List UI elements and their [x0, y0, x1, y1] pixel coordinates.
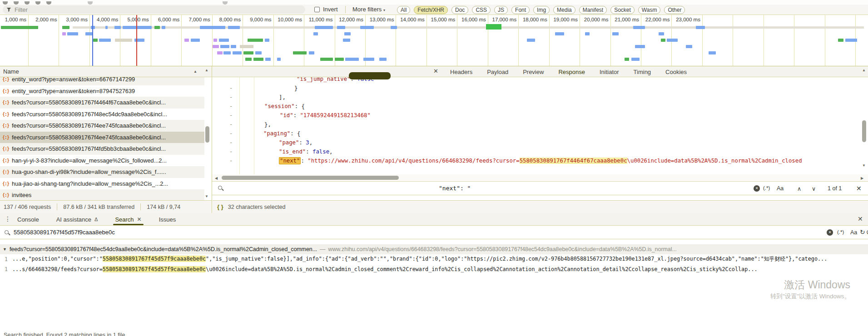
request-row[interactable]: {:}han-yi-yi-3-83?include=allow_message%…	[0, 155, 204, 167]
next-match-icon[interactable]: ∨	[812, 185, 816, 192]
response-scrollbar[interactable]	[862, 120, 866, 142]
network-overview-timeline[interactable]: 1,000 ms2,000 ms3,000 ms4,000 ms5,000 ms…	[0, 15, 868, 66]
waterfall-bar	[114, 26, 121, 29]
windows-activation-watermark: 激活 Windows	[727, 278, 850, 292]
response-code-line: -}	[212, 84, 860, 93]
fold-marker-icon[interactable]: -	[229, 112, 233, 119]
request-details-tab-bar: ✕ HeadersPayloadPreviewResponseInitiator…	[212, 66, 868, 77]
response-code-line: -"id": "1748592449158213468"	[212, 112, 860, 120]
request-row[interactable]: {:}entity_word?type=answer&token=6676714…	[0, 77, 204, 85]
filter-pill-other[interactable]: Other	[664, 6, 685, 14]
refresh-icon[interactable]: ↻	[860, 228, 865, 236]
request-row[interactable]: {:}hua-jiao-ai-shang-tang?include=allow_…	[0, 178, 204, 190]
drawer-tab-console[interactable]: Console	[17, 213, 39, 226]
name-column-header[interactable]: Name ▲	[0, 66, 212, 77]
tab-initiator[interactable]: Initiator	[600, 69, 619, 75]
sort-ascending-icon: ▲	[193, 69, 197, 74]
response-hscrollbar[interactable]	[222, 176, 399, 180]
request-name: hua-guo-shan-di-yi98k?include=allow_mess…	[12, 168, 166, 175]
drawer-tab-search[interactable]: Search✕	[115, 213, 141, 226]
request-list-scrollbar[interactable]	[205, 126, 209, 143]
scroll-up-icon[interactable]: ▲	[205, 68, 208, 72]
filter-input[interactable]: Filter	[3, 5, 305, 14]
timeline-tick-label: 9,000 ms	[241, 17, 272, 22]
filter-pill-manifest[interactable]: Manifest	[579, 6, 607, 14]
request-row[interactable]: {:}feeds?cursor=55805830891767f4464f67ca…	[0, 97, 204, 109]
scroll-down-icon[interactable]: ▼	[862, 163, 866, 168]
close-tab-icon[interactable]: ✕	[137, 216, 142, 222]
fold-marker-icon[interactable]: -	[229, 94, 233, 100]
filter-pill-img[interactable]: Img	[533, 6, 550, 14]
search-result-line[interactable]: 1...s/664683298/feeds?cursor=55805830891…	[0, 264, 868, 274]
scroll-down-icon[interactable]: ▼	[205, 194, 208, 198]
request-row[interactable]: {:}invitees	[0, 189, 204, 200]
waterfall-bar	[635, 45, 645, 48]
close-drawer-icon[interactable]: ✕	[858, 215, 863, 222]
timeline-tick-label: 13,000 ms	[363, 17, 394, 22]
tab-timing[interactable]: Timing	[634, 69, 651, 75]
fold-marker-icon[interactable]: -	[229, 148, 233, 155]
fold-marker-icon[interactable]: -	[229, 121, 233, 128]
close-details-icon[interactable]: ✕	[433, 68, 438, 74]
previous-match-icon[interactable]: ∧	[797, 185, 801, 192]
filter-pill-wasm[interactable]: Wasm	[638, 6, 661, 14]
request-row[interactable]: {:}entity_word?type=answer&token=8794752…	[0, 85, 204, 97]
clear-search-icon[interactable]: ✕	[827, 229, 833, 236]
match-case-toggle-icon[interactable]: Aa	[777, 185, 784, 192]
waterfall-bar	[838, 39, 843, 42]
drawer-tab-issues[interactable]: Issues	[159, 213, 176, 226]
tab-response[interactable]: Response	[558, 69, 585, 75]
request-row[interactable]: {:}feeds?cursor=55805830891767f48ec54dc9…	[0, 109, 204, 120]
scroll-left-icon[interactable]: ◀	[215, 176, 218, 180]
waterfall-bar	[62, 32, 66, 35]
fold-marker-icon[interactable]: -	[229, 158, 233, 164]
fold-marker-icon[interactable]: -	[229, 130, 233, 137]
match-case-toggle-icon[interactable]: Aa	[850, 229, 857, 236]
regex-toggle-icon[interactable]: (.*)	[837, 229, 844, 235]
waterfall-bar	[245, 58, 252, 61]
request-row[interactable]: {:}hua-guo-shan-di-yi98k?include=allow_m…	[0, 166, 204, 178]
braces-icon[interactable]: { }	[217, 203, 223, 210]
waterfall-bar	[220, 45, 229, 48]
waterfall-bar	[661, 39, 665, 42]
clear-results-icon[interactable]: ⊘	[866, 228, 868, 236]
filter-pill-js[interactable]: JS	[494, 6, 508, 14]
fold-marker-icon[interactable]: -	[229, 103, 233, 109]
tab-headers[interactable]: Headers	[450, 69, 472, 75]
search-result-file-header[interactable]: ▼ feeds?cursor=55805830891767f48ec54dc9a…	[0, 244, 868, 254]
filter-pill-css[interactable]: CSS	[472, 6, 491, 14]
fold-marker-icon[interactable]: -	[229, 85, 233, 91]
clear-search-icon[interactable]: ✕	[754, 185, 760, 192]
filter-pill-media[interactable]: Media	[553, 6, 575, 14]
find-query-input[interactable]: "next": "	[439, 185, 471, 192]
drawer-search-bar: 55805830891767f45d57f9caaa8ebe0c ✕ (.*) …	[0, 226, 868, 239]
tab-cookies[interactable]: Cookies	[665, 69, 687, 75]
invert-checkbox[interactable]	[314, 7, 320, 12]
scroll-right-icon[interactable]: ▶	[861, 176, 863, 180]
drawer-tab-aiassistance[interactable]: AI assistanceΔ	[56, 213, 98, 226]
search-result-line[interactable]: 1...e,"position":0,"cursor":"55805830891…	[0, 254, 868, 264]
regex-toggle-icon[interactable]: (.*)	[763, 185, 770, 191]
scroll-up-icon[interactable]: ▲	[862, 68, 866, 72]
tab-payload[interactable]: Payload	[487, 69, 508, 75]
code-text: "id": "1748592449158213468"	[280, 112, 371, 119]
more-filters-button[interactable]: More filters ▾	[352, 6, 385, 13]
filter-pill-font[interactable]: Font	[511, 6, 530, 14]
drawer-search-input[interactable]: 55805830891767f45d57f9caaa8ebe0c	[14, 229, 115, 236]
filter-pill-all[interactable]: All	[397, 6, 410, 14]
filter-pill-fetchxhr[interactable]: Fetch/XHR	[414, 6, 448, 14]
request-row[interactable]: {:}feeds?cursor=55805830891767f4fd5bb3cb…	[0, 143, 204, 155]
request-row[interactable]: {:}feeds?cursor=55805830891767f4ee745fca…	[0, 132, 204, 143]
response-status-bar: { } 32 characters selected	[213, 200, 868, 213]
waterfall-bar	[293, 51, 307, 54]
response-viewer[interactable]: "is_jump_native": false-}-],-"session": …	[212, 77, 860, 174]
close-find-icon[interactable]: ✕	[856, 185, 862, 192]
timeline-gridline	[764, 15, 764, 66]
tab-preview[interactable]: Preview	[523, 69, 544, 75]
windows-activation-hint: 转到"设置"以激活 Windows。	[727, 292, 850, 301]
request-row[interactable]: {:}feeds?cursor=55805830891767f4ee745fca…	[0, 120, 204, 132]
fold-marker-icon[interactable]: -	[229, 139, 233, 146]
filter-pill-doc[interactable]: Doc	[451, 6, 468, 14]
kebab-menu-icon[interactable]: ⋮	[5, 215, 11, 222]
filter-pill-socket[interactable]: Socket	[610, 6, 635, 14]
